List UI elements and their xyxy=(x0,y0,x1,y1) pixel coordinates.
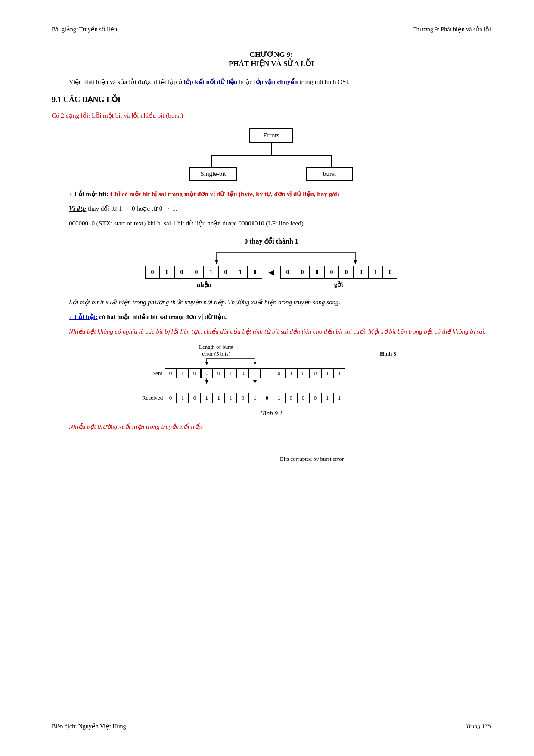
goi-bit-6: 1 xyxy=(368,266,383,279)
nhan-bit-0: 0 xyxy=(145,266,160,279)
goi-bit-7: 0 xyxy=(383,266,397,279)
burst-label: + Lỗi bệt: xyxy=(69,313,98,320)
burst-top-annotation: Length of burst error (5 bits) Hình 3 xyxy=(165,344,400,357)
bit-rows: 0 0 0 0 1 0 1 0 ◄ 0 0 0 0 0 0 1 0 xyxy=(52,266,491,279)
s4: 0 xyxy=(213,368,225,378)
errors-root-box: Errors xyxy=(249,128,293,143)
received-bits: 0 1 0 1 1 1 0 1 0 1 0 0 0 1 1 xyxy=(165,393,345,403)
r10: 0 xyxy=(285,393,297,403)
svg-marker-3 xyxy=(215,260,218,264)
branch-right xyxy=(331,156,332,167)
goi-bit-4: 0 xyxy=(339,266,354,279)
r7: 1 xyxy=(249,393,261,403)
goi-label: gởi xyxy=(280,281,397,288)
s5: 1 xyxy=(225,368,237,378)
arrow-spacer xyxy=(263,281,280,288)
chapter-title: CHƯƠNG 9: PHÁT HIỆN VÀ SỬA LỖI xyxy=(52,50,491,68)
diagram-title: 0 thay đổi thành 1 xyxy=(52,237,491,245)
nhan-bit-4: 1 xyxy=(204,266,218,279)
goi-bit-0: 0 xyxy=(280,266,295,279)
r13: 1 xyxy=(321,393,333,403)
s10: 1 xyxy=(285,368,297,378)
sent-row-container: Sent 0 1 0 0 0 1 0 1 1 0 1 0 0 1 1 xyxy=(142,368,400,378)
bit-labels: nhận gởi xyxy=(52,281,491,288)
r11: 0 xyxy=(297,393,309,403)
vi-du-text: thay đổi từ 1 → 0 hoặc từ 0 → 1. xyxy=(88,205,177,212)
svg-marker-9 xyxy=(253,362,257,365)
r3: 1 xyxy=(201,393,213,403)
sent-bits: 0 1 0 0 0 1 0 1 1 0 1 0 0 1 1 xyxy=(165,368,345,378)
goi-bit-2: 0 xyxy=(310,266,324,279)
svg-marker-4 xyxy=(354,260,357,264)
burst-heading: + Lỗi bệt: có hai hoặc nhiều bit sai tro… xyxy=(69,312,491,322)
s2: 0 xyxy=(189,368,201,378)
burst-bracket xyxy=(165,358,400,368)
burst-length-text2: error (5 bits) xyxy=(202,350,230,357)
r8: 0 xyxy=(261,393,273,403)
corrupted-annotation: Bits corrupted by burst error xyxy=(165,378,400,392)
goi-bit-1: 0 xyxy=(295,266,310,279)
s3: 0 xyxy=(201,368,213,378)
r5: 1 xyxy=(225,393,237,403)
tree-children: Single-bit burst xyxy=(185,167,357,181)
nhan-bit-7: 0 xyxy=(248,266,262,279)
hinh-caption: Hình 9.1 xyxy=(52,410,491,417)
chapter-line1: CHƯƠNG 9: xyxy=(52,50,491,59)
r0: 0 xyxy=(165,393,177,403)
single-bit-note-text: Lỗi một bit ít xuất hiện trong phương th… xyxy=(69,299,340,306)
nhan-bit-5: 0 xyxy=(218,266,233,279)
section-title: 9.1 CÁC DẠNG LỖI xyxy=(52,95,491,104)
s7: 1 xyxy=(249,368,261,378)
left-arrow: ◄ xyxy=(267,267,276,278)
tree-vertical-line xyxy=(271,143,272,155)
s9: 0 xyxy=(273,368,285,378)
r9: 1 xyxy=(273,393,285,403)
s6: 0 xyxy=(237,368,249,378)
nhan-bit-3: 0 xyxy=(189,266,204,279)
hinh3-label: Hình 3 xyxy=(380,350,396,357)
s12: 0 xyxy=(309,368,321,378)
goi-bits: 0 0 0 0 0 0 1 0 xyxy=(280,266,397,279)
s8: 1 xyxy=(261,368,273,378)
final-italic-line: Nhiễu bệt thường xuất hiện trong truyền … xyxy=(52,422,491,432)
corrupted-svg xyxy=(165,378,350,390)
page-footer: Biên dịch: Nguyễn Việt Hùng Trang 135 xyxy=(52,719,491,730)
received-row-container: Received 0 1 0 1 1 1 0 1 0 1 0 0 0 1 1 xyxy=(142,393,400,403)
s13: 1 xyxy=(321,368,333,378)
single-bit-box: Single-bit xyxy=(189,167,237,181)
corrupted-label: Bits corrupted by burst error xyxy=(280,456,344,462)
page-header: Bài giảng: Truyền số liệu Chương 9: Phát… xyxy=(52,26,491,37)
page: Bài giảng: Truyền số liệu Chương 9: Phát… xyxy=(0,0,534,756)
hex-bold-0: 0 xyxy=(82,220,85,227)
bracket-svg-container xyxy=(52,248,491,265)
bold-blue-1: lớp kết nối dữ liệu xyxy=(184,78,237,85)
r2: 0 xyxy=(189,393,201,403)
burst-bracket-svg xyxy=(165,358,397,366)
tree-branches xyxy=(211,156,332,167)
goi-bit-5: 0 xyxy=(354,266,368,279)
single-bit-heading: + Lỗi một bit: Chỉ có một bit bị sai tro… xyxy=(52,189,491,199)
nhan-bit-2: 0 xyxy=(174,266,189,279)
footer-right: Trang 135 xyxy=(466,723,491,730)
svg-marker-8 xyxy=(205,362,208,365)
s14: 1 xyxy=(333,368,345,378)
burst-length-label: Length of burst error (5 bits) xyxy=(199,344,233,357)
s1: 1 xyxy=(177,368,189,378)
hex-normal-1: 0000 xyxy=(69,220,82,227)
r14: 1 xyxy=(333,393,345,403)
received-label: Received xyxy=(142,394,165,401)
goi-bit-3: 0 xyxy=(324,266,339,279)
burst-italic-desc: Nhiễu bệt không có nghĩa là các bit bị l… xyxy=(52,326,491,337)
header-left: Bài giảng: Truyền số liệu xyxy=(52,26,117,33)
s11: 0 xyxy=(297,368,309,378)
burst-diagram-inner: Length of burst error (5 bits) Hình 3 xyxy=(142,344,400,403)
header-right: Chương 9: Phát hiện và sửa lỗi xyxy=(412,26,491,33)
footer-left: Biên dịch: Nguyễn Việt Hùng xyxy=(52,723,126,730)
vi-du-label: Ví dụ: xyxy=(69,205,86,212)
burst-desc: có hai hoặc nhiều bit sai trong đơn vị d… xyxy=(99,313,227,320)
r1: 1 xyxy=(177,393,189,403)
nhan-bit-1: 0 xyxy=(160,266,174,279)
r12: 0 xyxy=(309,393,321,403)
s0: 0 xyxy=(165,368,177,378)
intro-paragraph: Việc phát hiện và sửa lỗi được thiết lập… xyxy=(52,77,491,87)
